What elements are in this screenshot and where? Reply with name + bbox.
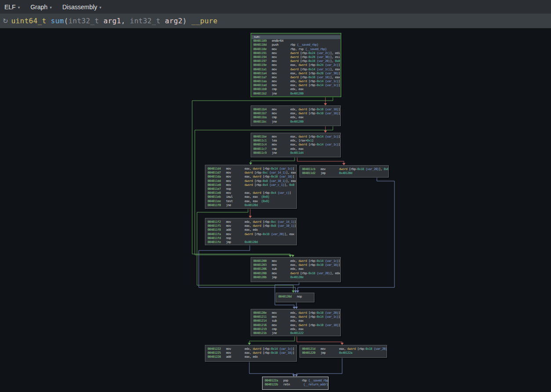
instruction-line: 004011cbmovdword [rbp-0x18 {var_20}], 0x…: [300, 167, 388, 171]
basic-block-4011b4[interactable]: 004011b4movedx, dword [rbp-0x10 {var_18}…: [251, 105, 341, 126]
basic-block-40122a[interactable]: 0040122apoprbp {__saved_rbp}0040122bretn…: [262, 377, 328, 390]
refresh-icon[interactable]: ↻: [3, 18, 8, 24]
graph-canvas[interactable]: sum:00401189endbr640040118dpushrbp {__sa…: [0, 29, 551, 392]
block-label: sum:: [252, 35, 340, 39]
instruction-line: 004011d2jmp0x40120d: [300, 171, 388, 175]
instruction-line: 00401216moveax, dword [rbp-0x10 {var_18}…: [251, 323, 340, 327]
instruction-line: 0040122bretn {__return_addr}: [263, 383, 328, 387]
signature-token: ,: [121, 17, 130, 25]
instruction-line: 004011e8moveax, dword [rbp-0x4 {var_c}]: [205, 191, 296, 195]
signature-token: sum: [51, 17, 64, 25]
signature-token: (: [64, 17, 68, 25]
function-signature: uint64_t sum(int32_t arg1, int32_t arg2)…: [11, 17, 218, 25]
instruction-line: 004011bacmpedx, eax: [251, 116, 340, 120]
instruction-line: 004011e0movdword [rbp-0x4 {var_c_1}], 0x…: [205, 183, 296, 187]
signature-token: int32_t: [130, 17, 161, 25]
instruction-line: 00401200movedx, dword [rbp-0x14 {var_1c}…: [251, 259, 340, 263]
menu-label: Graph: [30, 4, 47, 11]
basic-block-401222[interactable]: 00401222movedx, dword [rbp-0x14 {var_1c}…: [205, 345, 297, 362]
instruction-line: 004011b0cmpedx, eax: [251, 87, 341, 91]
menu-graph[interactable]: Graph▾: [30, 4, 51, 11]
instruction-line: 0040118dpushrbp {__saved_rbp}: [251, 43, 341, 47]
instruction-line: 004011b2jne0x401200: [251, 92, 341, 96]
basic-block-4011be[interactable]: 004011bemoveax, dword [rbp-0x14 {var_1c}…: [251, 133, 341, 157]
instruction-line: 004011f8addeax, edx: [205, 228, 296, 232]
instruction-line: 004011f5moveax, dword [rbp-0x8 {var_10_1…: [205, 224, 296, 228]
instruction-line: 004011b7moveax, dword [rbp-0x10 {var_18}…: [251, 112, 340, 116]
instruction-line: 004011c1leaedx, [rax+0x1]: [251, 139, 340, 143]
instruction-line: 004011b4movedx, dword [rbp-0x10 {var_18}…: [251, 108, 340, 112]
signature-token: ): [182, 17, 191, 25]
signature-token: [46, 17, 51, 25]
instruction-line: 0040121dmoveax, dword [rbp-0x18 {var_20}…: [300, 347, 387, 351]
instruction-line: 00401220jmp0x40122a: [300, 351, 387, 355]
basic-block-401189[interactable]: sum:00401189endbr640040118dpushrbp {__sa…: [251, 33, 341, 97]
signature-token: __pure: [191, 17, 218, 25]
instruction-line: 004011fdnop: [205, 236, 296, 240]
instruction-line: 004011d7movdword [rbp-0xc {var_14_1}], e…: [205, 171, 296, 175]
menu-label: ELF: [4, 4, 16, 11]
instruction-line: 004011eetesteax, eax {0x0}: [205, 200, 296, 203]
basic-block-40121d[interactable]: 0040121dmoveax, dword [rbp-0x18 {var_20}…: [299, 345, 387, 358]
instruction-line: 004011f2movedx, dword [rbp-0xc {var_14_1…: [205, 220, 296, 224]
instruction-line: 004011ddmovdword [rbp-0x8 {var_10_1}], e…: [205, 179, 296, 183]
flow-edge-t: [251, 157, 295, 163]
instruction-line: 004011c4moveax, dword [rbp-0x14 {var_1c}…: [251, 143, 340, 147]
basic-block-40120e[interactable]: 0040120emovedx, dword [rbp-0x18 {var_20}…: [251, 309, 341, 336]
basic-block-4011f2[interactable]: 004011f2movedx, dword [rbp-0xc {var_14_1…: [205, 218, 297, 245]
instruction-line: 00401225moveax, dword [rbp-0x10 {var_18}…: [205, 351, 296, 355]
flow-edge-u: [296, 358, 342, 375]
instruction-line: 004011bemoveax, dword [rbp-0x14 {var_1c}…: [251, 135, 340, 139]
instruction-line: 00401197movdword [rbp-0x18 {var_20}], 0x…: [251, 59, 341, 63]
instruction-line: 00401189endbr64: [251, 39, 341, 43]
instruction-line: 0040122apoprbp {__saved_rbp}: [263, 379, 328, 383]
instruction-line: 00401203moveax, dword [rbp-0x10 {var_18}…: [251, 263, 340, 267]
instruction-line: 0040118emovrbp, rsp {__saved_rbp}: [251, 47, 341, 51]
menu-elf[interactable]: ELF▾: [4, 4, 20, 11]
instruction-line: 004011famovdword [rbp-0x18 {var_20}], ea…: [205, 232, 296, 236]
instruction-line: 004011d4moveax, dword [rbp-0x14 {var_1c}…: [205, 167, 296, 171]
basic-block-40120d[interactable]: 0040120dnop: [276, 293, 314, 302]
instruction-line: 00401206subedx, eax: [251, 267, 340, 271]
instruction-line: 0040119emoveax, dword [rbp-0x24 {var_2c}…: [251, 63, 341, 67]
instruction-line: 004011a4moveax, dword [rbp-0x28 {var_30}…: [251, 72, 341, 76]
signature-token: arg1: [103, 17, 121, 25]
instruction-line: 00401208movdword [rbp-0x18 {var_20}], ed…: [251, 272, 340, 276]
instruction-line: 004011admoveax, dword [rbp-0x14 {var_1c}…: [251, 83, 341, 87]
signature-token: [99, 17, 103, 25]
flow-edge-f: [297, 157, 344, 163]
function-signature-bar: ↻ uint64_t sum(int32_t arg1, int32_t arg…: [0, 14, 551, 29]
flow-edge-t: [249, 336, 295, 343]
instruction-line: 00401222movedx, dword [rbp-0x14 {var_1c}…: [205, 347, 296, 351]
menu-disassembly[interactable]: Disassembly▾: [62, 4, 102, 11]
instruction-line: 00401194movdword [rbp-0x28 {var_30}], es…: [251, 55, 341, 59]
instruction-line: 004011damoveax, dword [rbp-0x10 {var_18}…: [205, 175, 296, 179]
menu-label: Disassembly: [62, 4, 97, 11]
instruction-line: 00401214subedx, eax: [251, 319, 340, 323]
instruction-line: 0040120dnop: [276, 295, 314, 299]
basic-block-401200[interactable]: 00401200movedx, dword [rbp-0x14 {var_1c}…: [251, 257, 341, 282]
caret-down-icon: ▾: [99, 4, 102, 10]
signature-token: [161, 17, 165, 25]
caret-down-icon: ▾: [18, 4, 20, 10]
instruction-line: 004011c9jne0x4011d4: [251, 151, 340, 155]
instruction-line: 004011ebimuleax, eax {0x0}: [205, 195, 296, 199]
instruction-line: 0040121bjne0x401222: [251, 331, 340, 335]
basic-block-4011cb[interactable]: 004011cbmovdword [rbp-0x18 {var_20}], 0x…: [299, 165, 389, 178]
instruction-line: 00401191movdword [rbp-0x24 {var_2c}], ed…: [251, 51, 341, 55]
instruction-line: 004011a1movdword [rbp-0x14 {var_1c}], ea…: [251, 68, 341, 72]
menu-bar: ELF▾Graph▾Disassembly▾: [0, 0, 551, 14]
instruction-line: 004011a7movdword [rbp-0x10 {var_18}], ea…: [251, 76, 341, 80]
instruction-line: 0040120bjmp0x40120e: [251, 276, 340, 279]
instruction-line: 004011c7cmpedx, eax: [251, 147, 340, 151]
instruction-line: 004011e7nop: [205, 187, 296, 191]
signature-token: arg2: [165, 17, 182, 25]
signature-token: uint64_t: [11, 17, 47, 25]
flow-edge-f: [297, 336, 342, 343]
instruction-line: 0040120emovedx, dword [rbp-0x18 {var_20}…: [251, 311, 340, 315]
instruction-line: 00401219cmpedx, eax: [251, 327, 340, 331]
instruction-line: 004011f0jne0x40120d: [205, 203, 296, 207]
instruction-line: 004011bcjne0x401200: [251, 120, 340, 124]
flow-edge-u: [249, 362, 294, 375]
basic-block-4011d4[interactable]: 004011d4moveax, dword [rbp-0x14 {var_1c}…: [205, 165, 297, 209]
